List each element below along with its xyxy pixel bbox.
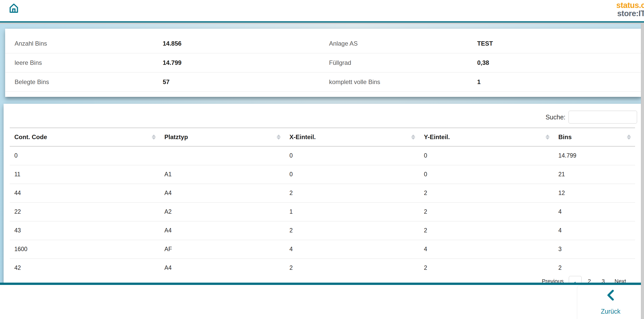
column-header-bins[interactable]: Bins	[554, 128, 635, 146]
stat-value: 14.856	[163, 40, 320, 47]
sort-icon	[627, 135, 631, 140]
cell-bins: 21	[554, 165, 635, 184]
logo-line-1: status.c	[616, 1, 644, 9]
table-row[interactable]: 42 A4 2 2 2	[10, 259, 635, 277]
table-row[interactable]: 0 0 0 14.799	[10, 146, 635, 165]
column-header-x-einteil[interactable]: X-Einteil.	[285, 128, 419, 146]
stats-row: Belegte Bins 57 komplett volle Bins 1	[5, 73, 641, 92]
table-row[interactable]: 44 A4 2 2 12	[10, 184, 635, 202]
cell-platztyp: A2	[160, 202, 285, 221]
sort-icon	[545, 135, 550, 140]
sort-icon	[277, 135, 281, 140]
stat-value: 1	[477, 78, 641, 86]
cell-bins: 2	[554, 259, 635, 277]
cell-cont-code: 44	[10, 184, 160, 202]
logo-line-2: store:IT	[616, 9, 644, 18]
cell-platztyp: A1	[160, 165, 285, 184]
column-header-y-einteil[interactable]: Y-Einteil.	[419, 128, 554, 146]
pagination-previous-button[interactable]: Previous	[538, 276, 567, 283]
column-header-label: Cont. Code	[14, 133, 47, 140]
cell-x-einteil: 2	[285, 221, 419, 240]
stat-label: Belegte Bins	[5, 78, 163, 86]
table-header-row: Cont. Code Platztyp X-Einteil. Y-Einteil…	[10, 128, 635, 146]
cell-y-einteil: 0	[419, 146, 554, 165]
pagination-page-1-button[interactable]: 1	[569, 276, 582, 283]
stat-label: komplett volle Bins	[320, 78, 477, 86]
stat-value: 14.799	[163, 59, 320, 66]
cell-platztyp: A4	[160, 221, 285, 240]
back-button[interactable]: Zurück	[577, 285, 644, 319]
cell-x-einteil: 4	[285, 240, 419, 259]
pagination-next-button[interactable]: Next	[611, 276, 630, 283]
stats-row: Anzahl Bins 14.856 Anlage AS TEST	[5, 34, 641, 53]
cell-y-einteil: 2	[419, 184, 554, 202]
stat-label: Anlage AS	[320, 40, 477, 47]
back-button-label: Zurück	[601, 308, 620, 315]
cell-bins: 3	[554, 240, 635, 259]
search-label: Suche:	[545, 114, 565, 121]
cell-x-einteil: 1	[285, 202, 419, 221]
cell-cont-code: 1600	[10, 240, 160, 259]
table-row[interactable]: 22 A2 1 2 4	[10, 202, 635, 221]
search-input[interactable]	[569, 111, 637, 124]
cell-cont-code: 43	[10, 221, 160, 240]
sort-icon	[152, 135, 156, 140]
cell-x-einteil: 0	[285, 146, 419, 165]
cell-y-einteil: 2	[419, 221, 554, 240]
app-footer: Zurück	[0, 283, 644, 319]
app-logo: status.c store:IT	[616, 1, 644, 17]
stat-value: 0,38	[477, 59, 641, 66]
column-header-platztyp[interactable]: Platztyp	[160, 128, 285, 146]
column-header-label: Platztyp	[165, 133, 188, 140]
table-row[interactable]: 43 A4 2 2 4	[10, 221, 635, 240]
stats-row: leere Bins 14.799 Füllgrad 0,38	[5, 53, 641, 73]
sort-icon	[411, 135, 415, 140]
cell-x-einteil: 0	[285, 165, 419, 184]
pagination-page-3-button[interactable]: 3	[597, 276, 609, 283]
cell-bins: 4	[554, 221, 635, 240]
stat-label: leere Bins	[5, 59, 163, 66]
stat-value: TEST	[477, 40, 641, 47]
column-header-label: X-Einteil.	[289, 133, 316, 140]
column-header-label: Bins	[558, 133, 572, 140]
home-button[interactable]	[8, 2, 20, 15]
pagination-page-2-button[interactable]: 2	[583, 276, 595, 283]
cell-platztyp: AF	[160, 240, 285, 259]
cell-bins: 4	[554, 202, 635, 221]
cell-y-einteil: 2	[419, 202, 554, 221]
cell-cont-code: 0	[10, 146, 160, 165]
table-row[interactable]: 1600 AF 4 4 3	[10, 240, 635, 259]
cell-x-einteil: 2	[285, 184, 419, 202]
cell-platztyp: A4	[160, 259, 285, 277]
cell-bins: 14.799	[554, 146, 635, 165]
stat-value: 57	[163, 78, 320, 86]
vertical-scrollbar[interactable]	[641, 24, 644, 319]
table-search: Suche:	[545, 111, 637, 124]
column-header-label: Y-Einteil.	[424, 133, 450, 140]
column-header-cont-code[interactable]: Cont. Code	[10, 128, 160, 146]
cell-y-einteil: 0	[419, 165, 554, 184]
stat-label: Füllgrad	[320, 59, 477, 66]
bins-table: Cont. Code Platztyp X-Einteil. Y-Einteil…	[10, 128, 635, 277]
cell-bins: 12	[554, 184, 635, 202]
bin-stats-panel: Anzahl Bins 14.856 Anlage AS TEST leere …	[5, 29, 641, 97]
cell-y-einteil: 2	[419, 259, 554, 277]
stat-label: Anzahl Bins	[5, 40, 163, 47]
table-row[interactable]: 11 A1 0 0 21	[10, 165, 635, 184]
cell-cont-code: 11	[10, 165, 160, 184]
cell-cont-code: 22	[10, 202, 160, 221]
app-header: status.c store:IT	[0, 0, 644, 23]
home-icon	[8, 11, 19, 15]
bin-table-panel: Suche: Cont. Code Platztyp X-Einteil. Y-…	[4, 104, 641, 283]
cell-x-einteil: 2	[285, 259, 419, 277]
chevron-left-icon	[606, 289, 615, 302]
cell-y-einteil: 4	[419, 240, 554, 259]
cell-platztyp: A4	[160, 184, 285, 202]
cell-platztyp	[160, 146, 285, 165]
pagination: Previous 1 2 3 Next	[538, 276, 630, 283]
cell-cont-code: 42	[10, 259, 160, 277]
